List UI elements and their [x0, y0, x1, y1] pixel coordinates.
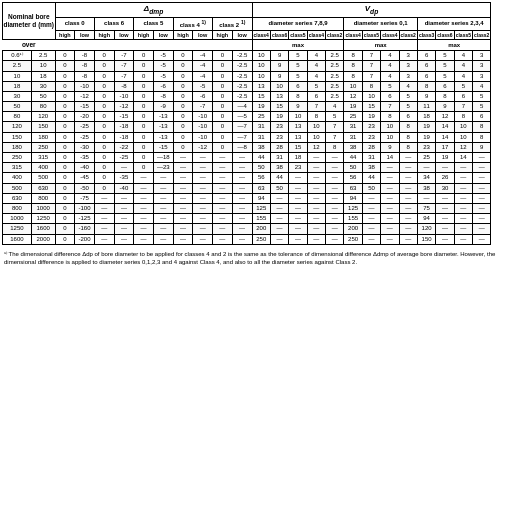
admp-cell: —18: [153, 153, 173, 163]
admp-cell: 0: [55, 71, 75, 81]
admp-cell: 0: [55, 183, 75, 193]
v01-cell: 38: [362, 163, 380, 173]
bore-over: 50: [3, 102, 32, 112]
admp-cell: -35: [75, 153, 95, 163]
v01-cell: 31: [344, 132, 362, 142]
admp-cell: —: [213, 214, 233, 224]
v789-cell: —: [307, 234, 325, 244]
v789-cell: 15: [270, 102, 288, 112]
v234-cell: 14: [454, 153, 472, 163]
admp-cell: -13: [153, 122, 173, 132]
v234-cell: 8: [454, 112, 472, 122]
admp-cell: 0: [55, 153, 75, 163]
v789-c2: class2: [326, 30, 344, 40]
v789-cell: —: [270, 234, 288, 244]
table-row: 30500-120-100-80-60-2.51513862.512106598…: [3, 91, 510, 101]
admp-cell: -22: [114, 142, 134, 152]
v789-cell: —: [326, 153, 344, 163]
admp-cell: -100: [75, 203, 95, 213]
v234-cell: 5: [436, 71, 454, 81]
admp-cell: 0: [94, 91, 114, 101]
admp-cell: -2.5: [232, 61, 252, 71]
bore-over: 1250: [3, 224, 32, 234]
admp-cell: -4: [193, 51, 213, 61]
admp-cell: -2.5: [232, 71, 252, 81]
admp-cell: -25: [75, 132, 95, 142]
admp-cell: -125: [75, 214, 95, 224]
v789-cell: —: [326, 193, 344, 203]
v789-cell: 10: [307, 132, 325, 142]
v789-cell: 5: [289, 61, 307, 71]
v01-cell: —: [362, 203, 380, 213]
admp-cell: -45: [75, 173, 95, 183]
admp-cell: 0: [213, 112, 233, 122]
v789-cell: 25: [252, 112, 270, 122]
table-row: 100012500-125————————155————155———94———: [3, 214, 510, 224]
table-row: 50800-150-120-90-70—4191597419157511975: [3, 102, 510, 112]
v01-cell: —: [381, 224, 399, 234]
v789-cell: 7: [307, 102, 325, 112]
bore-inc: 1000: [31, 203, 55, 213]
bore-over: 1000: [3, 214, 32, 224]
v01-cell: 7: [362, 61, 380, 71]
v789-cell: 5: [307, 81, 325, 91]
v01-cell: 8: [381, 112, 399, 122]
v234-c5: class5: [454, 30, 472, 40]
admp-cell: 0: [173, 71, 193, 81]
v789-cell: —: [326, 203, 344, 213]
v789-cell: 94: [252, 193, 270, 203]
table-row: 1802500-300-220-150-120—8382815128382898…: [3, 142, 510, 152]
v789-cell: 50: [252, 163, 270, 173]
admp-cell: -25: [75, 122, 95, 132]
v789-cell: 13: [289, 132, 307, 142]
admp-cell: 0: [94, 142, 114, 152]
table-row: 10180-80-70-50-40-2.5109542.587436543: [3, 71, 510, 81]
v01-cell: 5: [381, 81, 399, 91]
admp-cell: —: [173, 193, 193, 203]
admp-cell: 0: [134, 71, 154, 81]
v234-cell: 3: [473, 61, 491, 71]
v789-cell: —: [270, 224, 288, 234]
admp-cell: —: [232, 203, 252, 213]
admp-cell: —: [134, 234, 154, 244]
table-body: 0.6¹⁾2.50-80-70-50-40-2.5109542.58743654…: [3, 51, 510, 245]
series234-header: diameter series 2,3,4: [417, 17, 491, 30]
admp-cell: —: [193, 183, 213, 193]
admp-cell: —: [114, 163, 134, 173]
v789-cell: 2.5: [326, 71, 344, 81]
admp-cell: 0: [173, 51, 193, 61]
header-row-4: over max max max: [3, 40, 510, 51]
v01-cell: 7: [381, 102, 399, 112]
admp-cell: 0: [213, 142, 233, 152]
bore-over: 2.5: [3, 61, 32, 71]
v01-cell: —: [381, 234, 399, 244]
v01-cell: —: [381, 193, 399, 203]
v789-cell: 10: [270, 81, 288, 91]
v01-cell: 94: [344, 193, 362, 203]
v789-cell: 38: [252, 142, 270, 152]
v01-cell: 6: [399, 112, 417, 122]
admp-cell: —: [134, 214, 154, 224]
v234-cell: 17: [436, 142, 454, 152]
bore-inc: 250: [31, 142, 55, 152]
v789-cell: —: [307, 214, 325, 224]
admp-cell: -200: [75, 234, 95, 244]
table-row: 125016000-160————————200————200———120———: [3, 224, 510, 234]
v01-cell: —: [362, 214, 380, 224]
admp-cell: 0: [173, 91, 193, 101]
table-row: 4005000-450-35——————5644———5644——3426——: [3, 173, 510, 183]
v01-cell: 8: [344, 51, 362, 61]
admp-cell: 0: [55, 214, 75, 224]
v01-cell: 8: [399, 132, 417, 142]
bore-over: 500: [3, 183, 32, 193]
admp-cell: —: [153, 193, 173, 203]
admp-cell: -6: [193, 91, 213, 101]
admp-cell: -75: [75, 193, 95, 203]
bore-inc: 80: [31, 102, 55, 112]
v789-cell: —: [326, 234, 344, 244]
v234-cell: —: [436, 163, 454, 173]
v01-cell: 7: [362, 71, 380, 81]
v234-cell: 3: [473, 51, 491, 61]
admp-cell: 0: [213, 71, 233, 81]
v01-cell: 200: [344, 224, 362, 234]
